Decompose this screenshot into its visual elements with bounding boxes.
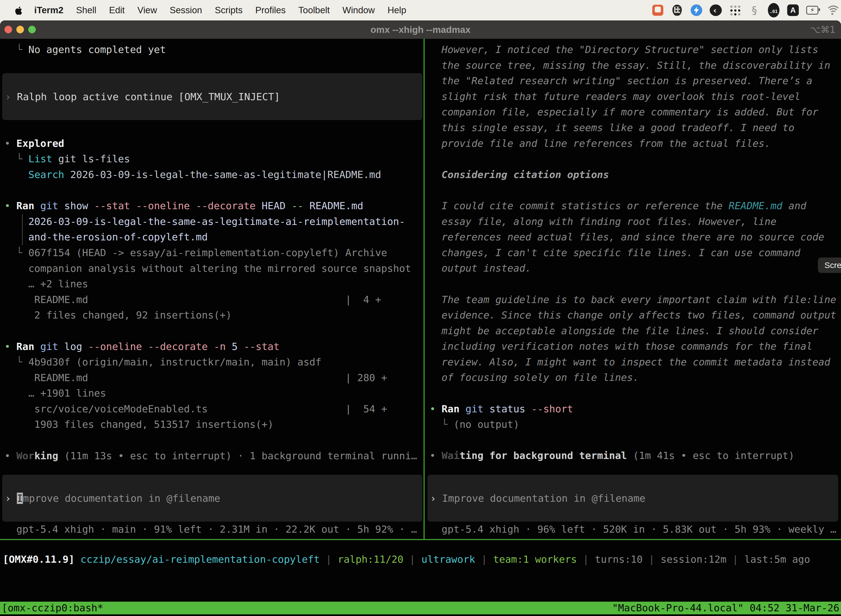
text-segment: ting for background terminal	[459, 450, 627, 461]
text-segment: I could cite commit statistics or refere…	[429, 200, 729, 211]
text-segment: └	[4, 44, 28, 55]
prompt-input[interactable]: › Improve documentation in @filename	[2, 475, 422, 522]
terminal-line: … +1901 lines	[4, 386, 424, 401]
text-segment: review. Also, I might want to inspect th…	[429, 356, 830, 368]
text-segment: No agents completed yet	[28, 44, 166, 55]
model-status-line: gpt-5.4 xhigh · main · 91% left · 2.31M …	[4, 522, 424, 537]
text-segment: |	[320, 554, 338, 565]
menu-item-view[interactable]: View	[138, 5, 157, 15]
text-segment: of focusing solely on file lines.	[429, 372, 639, 383]
menu-item-shell[interactable]: Shell	[76, 5, 96, 15]
text-segment: src/voice/voiceModeEnabled.ts | 54 +	[4, 403, 387, 415]
iterm-window: omx --xhigh --madmax ⌥⌘1 └ No agents com…	[0, 21, 841, 616]
text-segment: README.md | 280 +	[4, 372, 387, 383]
text-segment: Ran	[441, 403, 459, 415]
text-segment	[459, 403, 466, 415]
menu-item-window[interactable]: Window	[343, 5, 375, 15]
text-segment: --short	[532, 403, 573, 415]
text-segment: turns:10	[595, 554, 643, 565]
menu-item-edit[interactable]: Edit	[109, 5, 125, 15]
letter-a-icon[interactable]: A	[787, 4, 799, 16]
text-segment	[4, 169, 28, 180]
text-segment: references need actual files, and since …	[429, 231, 824, 243]
menu-bar: iTerm2 ShellEditViewSessionScriptsProfil…	[0, 0, 841, 21]
text-segment: --oneline	[136, 200, 190, 211]
blank-line	[429, 463, 841, 475]
terminal-line: provide file and line references from th…	[429, 136, 841, 151]
text-segment: the source tree, missing the essay. Stil…	[429, 60, 830, 71]
terminal-line: references need actual files, and since …	[429, 229, 841, 245]
terminal-line: and-the-erosion-of-copyleft.md	[4, 229, 424, 245]
text-segment	[75, 554, 81, 565]
menu-item-scripts[interactable]: Scripts	[215, 5, 243, 15]
blank-line	[4, 433, 424, 448]
text-segment: •	[429, 450, 441, 461]
text-segment: might be acceptable alongside the file l…	[429, 325, 818, 336]
text-segment	[58, 341, 64, 352]
text-segment: 2 files changed, 92 insertions(+)	[4, 309, 232, 321]
agents-status-line: └ No agents completed yet	[4, 42, 424, 58]
terminal-line: 2 files changed, 92 insertions(+)	[4, 308, 424, 323]
terminal-line: this single essay, it seems like a good …	[429, 120, 841, 136]
text-segment: •	[4, 138, 16, 149]
blank-line	[4, 183, 424, 198]
omx-status-bar: [OMX#0.11.9] cczip/essay/ai-reimplementa…	[3, 552, 810, 568]
text-segment: --decorate	[196, 200, 256, 211]
text-segment	[303, 200, 309, 211]
text-segment: Wai	[441, 450, 459, 461]
dark-disc-icon[interactable]: ‹	[710, 4, 722, 16]
badge-61-icon[interactable]: ..61	[768, 4, 780, 16]
squiggle-icon[interactable]: §	[748, 4, 760, 16]
screen-edge-tooltip[interactable]: Scre	[818, 258, 841, 273]
pane-separator[interactable]	[423, 39, 425, 539]
blue-bolt-icon[interactable]	[690, 4, 702, 16]
prompt-line: › Improve documentation in @filename	[430, 493, 645, 504]
right-terminal-pane: However, I noticed the "Directory Struct…	[425, 39, 841, 539]
apple-icon[interactable]	[14, 6, 22, 15]
menu-item-toolbelt[interactable]: Toolbelt	[298, 5, 330, 15]
text-segment	[525, 403, 532, 415]
text-segment: session:12m	[661, 554, 726, 565]
text-segment: gpt-5.4 xhigh · main · 91% left · 2.31M …	[4, 524, 417, 535]
ran-git-log: • Ran git log --oneline --decorate -n 5 …	[4, 339, 424, 355]
text-segment	[237, 341, 244, 352]
text-segment: 2026-03-09-is-legal-the-same-as-legitima…	[64, 169, 381, 180]
screenshot-chat-icon[interactable]	[652, 4, 664, 16]
menubar-status-icons: ‹ § ..61 A ⚡	[652, 0, 838, 21]
menu-item-profiles[interactable]: Profiles	[255, 5, 286, 15]
text-segment: Search	[28, 169, 64, 180]
terminal-line: └ 4b9d30f (origin/main, instructkr/main,…	[4, 354, 424, 370]
text-segment	[82, 341, 88, 352]
text-segment: (no output)	[454, 419, 519, 430]
menu-item-help[interactable]: Help	[387, 5, 406, 15]
text-segment: └	[4, 356, 28, 368]
menu-item-iterm2[interactable]: iTerm2	[34, 5, 63, 15]
wifi-icon[interactable]	[826, 4, 838, 16]
text-segment: ›	[430, 493, 442, 504]
explored-list: └ List git ls-files	[4, 151, 424, 167]
prompt-input[interactable]: › Improve documentation in @filename	[428, 475, 838, 522]
working-status: • Working (11m 13s • esc to interrupt) ·…	[4, 448, 424, 464]
terminal-line: └ (no output)	[429, 417, 841, 433]
dots-grid-icon[interactable]	[729, 4, 741, 16]
battery-charging-icon[interactable]: ⚡	[806, 4, 818, 16]
menu-items: ShellEditViewSessionScriptsProfilesToolb…	[76, 5, 419, 15]
inject-banner[interactable]: › Ralph loop active continue [OMX_TMUX_I…	[2, 73, 422, 120]
terminal-line: └ 067f154 (HEAD -> essay/ai-reimplementa…	[4, 245, 424, 261]
terminal-line: However, I noticed the "Directory Struct…	[429, 42, 841, 58]
shield-grid-icon[interactable]	[671, 4, 683, 16]
text-segment: evidence. Since this change only affects…	[429, 309, 836, 321]
explored-search: Search 2026-03-09-is-legal-the-same-as-l…	[4, 167, 424, 183]
text-segment	[286, 200, 292, 211]
text-segment: last:5m ago	[744, 554, 810, 565]
menu-item-session[interactable]: Session	[170, 5, 202, 15]
text-segment: git	[466, 403, 484, 415]
text-segment: Improve documentation in @filename	[442, 493, 645, 504]
text-segment: and-the-erosion-of-copyleft.md	[4, 231, 208, 243]
text-segment: The team guideline is to back every impo…	[429, 294, 836, 305]
text-segment: HEAD	[262, 200, 286, 211]
text-segment: ralph:11/20	[338, 554, 403, 565]
text-segment: Wor	[16, 450, 34, 462]
text-segment: king	[34, 450, 58, 462]
text-segment	[255, 200, 262, 211]
